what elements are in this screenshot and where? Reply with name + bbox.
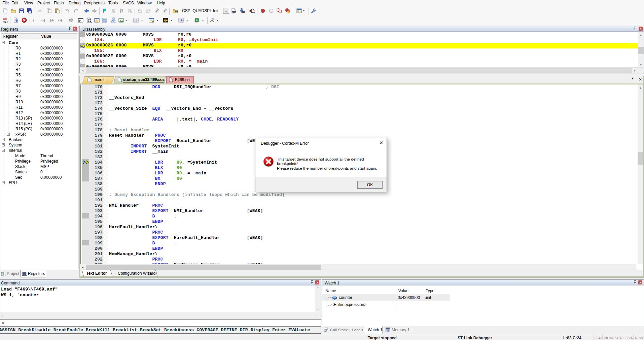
svg-text:RST: RST [3,20,8,23]
svg-text:>_: >_ [79,19,83,23]
svg-text:S: S [96,19,98,23]
svg-text:{→}: {→} [33,18,38,22]
